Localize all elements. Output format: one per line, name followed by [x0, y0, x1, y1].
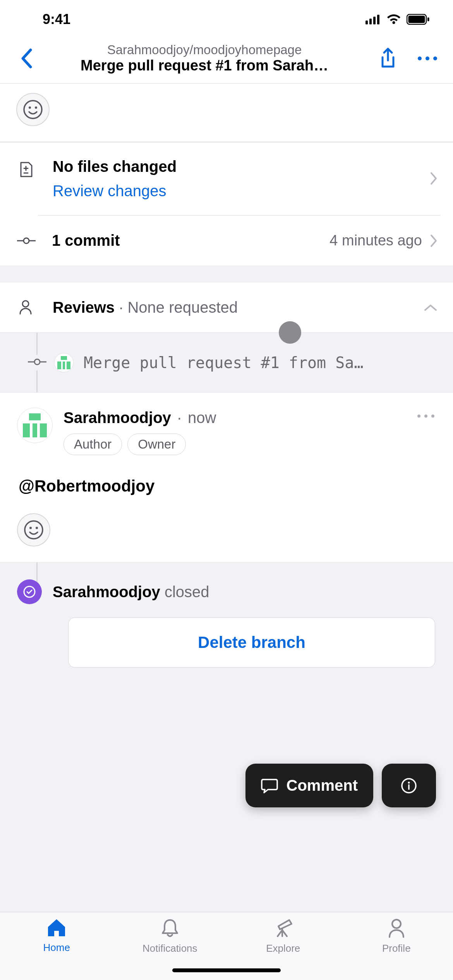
tab-explore-label: Explore — [266, 942, 300, 954]
svg-point-8 — [426, 57, 429, 60]
repo-path: Sarahmoodjoy/moodjoyhomepage — [107, 43, 302, 57]
svg-rect-23 — [67, 362, 70, 369]
comment-icon — [261, 778, 278, 793]
comment: Sarahmoodjoy · now Author Owner @Robertm… — [0, 393, 453, 562]
merge-commit-event[interactable]: Merge pull request #1 from Sa… — [0, 333, 453, 392]
tab-notifications-label: Notifications — [142, 942, 197, 954]
svg-rect-3 — [377, 15, 379, 24]
svg-point-36 — [408, 781, 410, 783]
battery-icon — [407, 14, 430, 25]
smiley-icon — [24, 520, 44, 540]
merge-commit-message: Merge pull request #1 from Sa… — [74, 354, 439, 372]
svg-point-9 — [433, 57, 437, 60]
files-changed-label: No files changed — [53, 158, 441, 175]
svg-rect-2 — [373, 17, 376, 24]
review-changes-link[interactable]: Review changes — [53, 182, 166, 200]
share-button[interactable] — [379, 47, 397, 70]
home-indicator — [172, 968, 281, 972]
svg-rect-0 — [365, 21, 368, 24]
commit-author-avatar — [54, 353, 74, 372]
profile-icon — [387, 918, 406, 939]
status-indicators — [365, 14, 430, 25]
svg-rect-24 — [29, 413, 41, 420]
files-changed-row[interactable]: No files changed Review changes — [0, 142, 453, 216]
comment-time: now — [188, 409, 216, 427]
owner-badge: Owner — [127, 433, 186, 455]
reviews-label: Reviews · None requested — [38, 299, 238, 316]
commits-row[interactable]: 1 commit 4 minutes ago — [0, 216, 453, 266]
svg-rect-27 — [40, 423, 47, 437]
comment-body: @Robertmoodjoy — [17, 455, 438, 509]
chevron-left-icon — [20, 48, 33, 69]
touch-indicator — [279, 321, 301, 344]
reviews-row[interactable]: Reviews · None requested — [0, 283, 453, 332]
wifi-icon — [386, 14, 401, 25]
svg-point-33 — [36, 527, 38, 529]
home-icon — [46, 918, 67, 938]
more-button[interactable] — [417, 56, 438, 61]
back-button[interactable] — [15, 48, 38, 69]
reaction-bar-top — [0, 84, 453, 142]
chevron-right-icon — [430, 171, 438, 187]
svg-point-11 — [29, 106, 31, 109]
info-icon — [400, 777, 417, 794]
status-bar: 9:41 — [0, 0, 453, 39]
nav-header: Sarahmoodjoy/moodjoyhomepage Merge pull … — [0, 39, 453, 84]
closed-event: Sarahmoodjoy closed — [17, 579, 435, 604]
share-icon — [379, 47, 397, 70]
file-diff-icon — [19, 161, 33, 178]
comment-more-button[interactable] — [417, 413, 435, 420]
person-icon — [19, 299, 33, 315]
svg-rect-26 — [33, 423, 37, 437]
svg-rect-6 — [427, 17, 429, 21]
more-horizontal-icon — [417, 56, 438, 61]
cellular-icon — [365, 14, 381, 24]
svg-point-28 — [417, 415, 420, 418]
tab-profile[interactable]: Profile — [340, 918, 453, 980]
commits-time: 4 minutes ago — [329, 232, 422, 249]
comment-fab-label: Comment — [287, 777, 358, 794]
page-title: Merge pull request #1 from Sarah… — [81, 57, 328, 74]
smiley-icon — [23, 99, 43, 120]
telescope-icon — [272, 918, 294, 939]
svg-point-30 — [431, 415, 434, 418]
svg-point-32 — [29, 527, 32, 529]
svg-point-41 — [392, 920, 401, 928]
comment-author-avatar[interactable] — [17, 408, 53, 443]
closed-event-action: closed — [165, 583, 209, 600]
chevron-up-icon — [424, 304, 438, 312]
svg-point-7 — [418, 57, 422, 60]
separator-dot: · — [177, 409, 182, 427]
svg-rect-5 — [408, 16, 425, 23]
closed-badge-icon — [17, 579, 42, 604]
tab-home[interactable]: Home — [0, 918, 113, 980]
commit-icon — [16, 237, 36, 245]
comment-fab[interactable]: Comment — [245, 764, 373, 807]
svg-rect-21 — [57, 362, 61, 369]
chevron-right-icon — [430, 234, 438, 248]
bell-icon — [160, 918, 180, 939]
svg-point-17 — [34, 359, 40, 365]
svg-point-12 — [35, 106, 37, 109]
svg-rect-1 — [369, 19, 372, 24]
add-reaction-button[interactable] — [17, 513, 50, 547]
commits-label: 1 commit — [38, 232, 329, 249]
svg-point-16 — [22, 301, 29, 307]
status-time: 9:41 — [43, 11, 70, 27]
author-badge: Author — [63, 433, 122, 455]
svg-point-29 — [424, 415, 427, 418]
svg-rect-25 — [23, 423, 30, 437]
svg-rect-22 — [63, 362, 65, 369]
more-horizontal-icon — [417, 414, 435, 418]
tab-profile-label: Profile — [382, 942, 411, 954]
svg-point-31 — [25, 521, 43, 539]
closed-event-user[interactable]: Sarahmoodjoy — [53, 583, 160, 600]
delete-branch-button[interactable]: Delete branch — [68, 617, 435, 668]
commit-node-icon — [27, 358, 47, 366]
svg-rect-20 — [61, 356, 67, 360]
comment-author-name[interactable]: Sarahmoodjoy — [63, 409, 171, 427]
tab-home-label: Home — [43, 942, 70, 954]
svg-point-10 — [24, 101, 42, 118]
info-fab[interactable] — [382, 764, 436, 807]
add-reaction-button[interactable] — [16, 93, 50, 126]
